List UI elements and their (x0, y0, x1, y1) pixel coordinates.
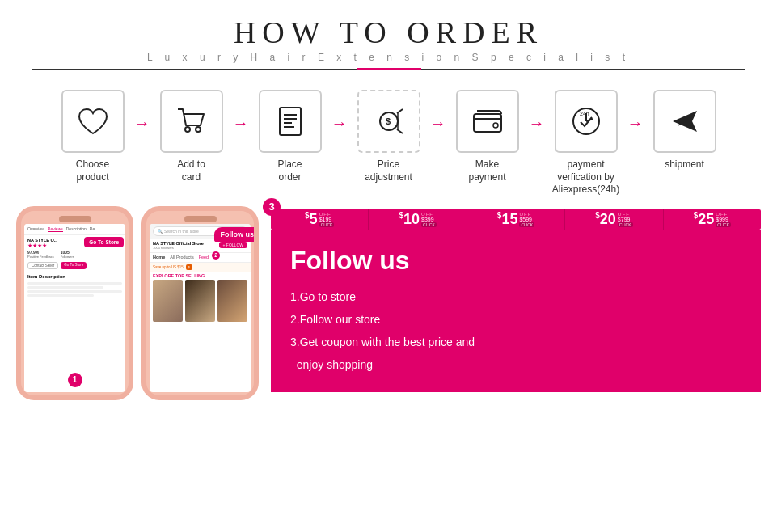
step-place-order: Placeorder (246, 90, 335, 184)
page-subtitle: L u x u r y H a i r E x t e n s i o n S … (0, 52, 777, 63)
phone1-goto-store-btn[interactable]: Go To Store (84, 237, 124, 247)
coupon-2: $10 OFF $399 CLICK (369, 209, 467, 230)
page-header: HOW TO ORDER L u x u r y H a i r E x t e… (0, 0, 777, 75)
step-choose-product-label: Chooseproduct (76, 158, 109, 184)
step-add-to-card-label: Add tocard (177, 158, 205, 184)
phone-2-notch (184, 216, 217, 222)
phone2-follow-btn[interactable]: + FOLLOW (219, 242, 247, 248)
coupon-4-amount: $20 (595, 212, 616, 226)
coupon-2-min: $399 (421, 217, 437, 222)
step-make-payment: Makepayment (443, 90, 532, 184)
header-divider (32, 68, 745, 70)
step-make-payment-label: Makepayment (468, 158, 505, 184)
phone1-nav-description: Description (66, 226, 87, 232)
svg-text:24h: 24h (580, 111, 589, 116)
phone-1: Overview Reviews Description Re... NA ST… (16, 206, 133, 400)
svg-line-10 (397, 129, 403, 133)
phone1-item-desc: Item Description (24, 272, 125, 281)
cart-icon (173, 103, 210, 140)
coupon-4: $20 OFF $799 CLICK (565, 209, 663, 230)
thumb-1 (153, 280, 183, 322)
scissors-dollar-icon: $ (370, 103, 408, 140)
coupon-1-min: $199 (319, 217, 335, 222)
follow-us-steps: 1.Go to store 2.Follow our store 3.Get c… (290, 285, 741, 376)
phone1-followers: 1005 Followers (61, 250, 74, 259)
phone1-contact-seller-btn[interactable]: Contact Seller (27, 262, 58, 269)
phone1-badge: 1 (68, 373, 82, 387)
phone2-badge: 2 (212, 251, 220, 260)
phone-2: Follow us 🔍 Search in this store NA STYL… (141, 206, 259, 400)
coupon-1: $5 OFF $199 CLICK (271, 209, 369, 230)
badge-3: 3 (263, 198, 281, 216)
heart-icon (74, 103, 112, 140)
follow-step-2: 2.Follow our store (290, 308, 741, 331)
phone2-followers: 1005 followers (153, 246, 204, 250)
wallet-icon (469, 103, 506, 140)
document-icon (272, 103, 309, 140)
phone2-nav-feed[interactable]: Feed 2 (199, 255, 209, 260)
coupon-2-amount: $10 (399, 212, 420, 226)
phone1-stars: ★★★★ (27, 243, 47, 249)
phone2-search-text: Search in this store (164, 229, 199, 234)
svg-line-9 (397, 109, 403, 113)
follow-bubble: Follow us (214, 227, 260, 242)
phone1-nav-overview: Overview (27, 226, 44, 232)
steps-row: Chooseproduct → Add tocard → Placeorder (0, 75, 777, 205)
search-icon: 🔍 (158, 229, 163, 234)
page-title: HOW TO ORDER (0, 15, 777, 50)
coupon-5-click: CLICK (716, 222, 731, 227)
svg-rect-2 (280, 108, 301, 135)
coupon-3: $15 OFF $599 CLICK (467, 209, 565, 230)
svg-text:$: $ (386, 116, 391, 126)
follow-step-3: 3.Get coupon with the best price and enj… (290, 331, 741, 376)
coupon-3-min: $599 (519, 217, 534, 222)
phone2-explore-label: EXPLORE TOP SELLING (150, 272, 251, 280)
follow-us-title: Follow us (290, 246, 741, 276)
follow-us-box: Follow us 1.Go to store 2.Follow our sto… (271, 230, 761, 392)
phone1-nav-re: Re... (90, 226, 99, 232)
follow-step-1: 1.Go to store (290, 285, 741, 308)
step-payment-verification: 24h paymentverfication byAliexpress(24h) (542, 90, 631, 196)
thumb-2 (185, 280, 215, 322)
clock-check-icon: 24h (568, 103, 605, 140)
phone1-nav-reviews: Reviews (48, 226, 63, 232)
coupon-5-amount: $25 (694, 212, 715, 226)
phones-area: Overview Reviews Description Re... NA ST… (16, 206, 259, 400)
coupon-bar: $5 OFF $199 CLICK $10 OFF $399 CLICK $15 (271, 209, 761, 230)
coupon-2-click: CLICK (421, 222, 437, 227)
step-shipment: shipment (640, 90, 729, 171)
coupon-3-amount: $15 (497, 212, 518, 226)
phone-2-screen: 🔍 Search in this store NA STYLE Official… (150, 224, 251, 392)
step-shipment-label: shipment (665, 158, 704, 171)
phone-1-screen: Overview Reviews Description Re... NA ST… (24, 224, 125, 392)
coupon-5: $25 OFF $999 CLICK (664, 209, 761, 230)
phone2-store-name: NA STYLE Official Store (153, 241, 204, 246)
step-add-to-card: Add tocard (147, 90, 236, 184)
phone-1-notch (59, 216, 91, 222)
phone2-nav-home[interactable]: Home (153, 255, 165, 260)
phone2-nav-all-products[interactable]: All Products (170, 255, 193, 260)
svg-point-1 (196, 127, 201, 132)
bottom-section: Overview Reviews Description Re... NA ST… (0, 206, 777, 400)
step-price-adjustment: $ Priceadjustment (344, 90, 433, 184)
svg-point-0 (185, 127, 190, 132)
thumb-3 (217, 280, 247, 322)
svg-point-13 (493, 123, 498, 128)
coupon-4-click: CLICK (618, 222, 633, 227)
phone1-rating: 97.9% Positive Feedback (27, 250, 54, 259)
coupon-1-amount: $5 (305, 212, 318, 226)
phone1-goto-store-btn2[interactable]: Go To Store (61, 262, 87, 269)
phone2-thumbnails (150, 280, 251, 322)
coupon-3-click: CLICK (519, 222, 534, 227)
step-price-adjustment-label: Priceadjustment (365, 158, 412, 184)
coupon-5-min: $999 (716, 217, 731, 222)
step-place-order-label: Placeorder (277, 158, 302, 184)
step-choose-product: Chooseproduct (49, 90, 137, 184)
coupon-1-click: CLICK (319, 222, 335, 227)
right-panel: 3 $5 OFF $199 CLICK $10 OFF $399 CLICK (271, 206, 761, 400)
coupon-4-min: $799 (618, 217, 633, 222)
phone2-coupon-bar: Save up to US $15 $ (150, 263, 251, 272)
step-payment-verification-label: paymentverfication byAliexpress(24h) (552, 158, 619, 196)
plane-icon (666, 103, 703, 140)
